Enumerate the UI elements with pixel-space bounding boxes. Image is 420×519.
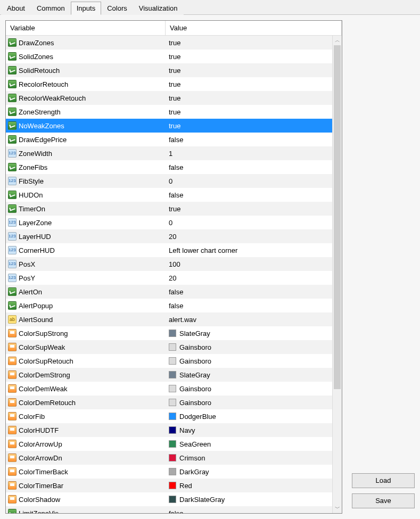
variable-cell[interactable]: ColorArrowUp	[6, 437, 166, 451]
value-cell[interactable]: false	[166, 299, 342, 312]
tab-visualization[interactable]: Visualization	[133, 2, 184, 15]
table-row[interactable]: LayerZone0	[6, 216, 342, 229]
value-cell[interactable]: true	[166, 63, 342, 77]
table-row[interactable]: AlertPopupfalse	[6, 299, 342, 312]
table-row[interactable]: SolidZonestrue	[6, 50, 342, 63]
variable-cell[interactable]: ColorArrowDn	[6, 451, 166, 465]
value-cell[interactable]: true	[166, 202, 342, 216]
table-row[interactable]: ZoneStrengthtrue	[6, 105, 342, 119]
variable-cell[interactable]: ColorSupStrong	[6, 326, 166, 340]
variable-cell[interactable]: TimerOn	[6, 202, 166, 216]
value-cell[interactable]: SlateGray	[166, 326, 342, 340]
value-cell[interactable]: 20	[166, 271, 342, 285]
variable-cell[interactable]: LayerHUD	[6, 229, 166, 243]
table-row[interactable]: ColorSupStrongSlateGray	[6, 326, 342, 340]
variable-cell[interactable]: ColorDemWeak	[6, 382, 166, 396]
table-row[interactable]: ZoneFibsfalse	[6, 160, 342, 174]
value-cell[interactable]: alert.wav	[166, 312, 342, 326]
variable-cell[interactable]: RecolorWeakRetouch	[6, 91, 166, 105]
value-cell[interactable]: 0	[166, 174, 342, 188]
value-cell[interactable]: Crimson	[166, 451, 342, 465]
variable-cell[interactable]: ColorHUDTF	[6, 423, 166, 437]
table-row[interactable]: DrawZonestrue	[6, 36, 342, 50]
scroll-track[interactable]	[333, 45, 342, 504]
table-row[interactable]: CornerHUDLeft lower chart corner	[6, 243, 342, 257]
tab-common[interactable]: Common	[31, 2, 71, 15]
variable-cell[interactable]: ColorTimerBack	[6, 465, 166, 479]
value-cell[interactable]: Left lower chart corner	[166, 243, 342, 257]
variable-cell[interactable]: AlertOn	[6, 285, 166, 299]
table-row[interactable]: SolidRetouchtrue	[6, 63, 342, 77]
variable-cell[interactable]: DrawEdgePrice	[6, 133, 166, 146]
variable-cell[interactable]: ColorSupWeak	[6, 340, 166, 354]
table-row[interactable]: TimerOntrue	[6, 202, 342, 216]
table-row[interactable]: ColorDemStrongSlateGray	[6, 368, 342, 382]
value-cell[interactable]: Gainsboro	[166, 396, 342, 409]
table-row[interactable]: ColorArrowDnCrimson	[6, 451, 342, 465]
variable-cell[interactable]: ColorShadow	[6, 492, 166, 506]
variable-cell[interactable]: ColorTimerBar	[6, 479, 166, 492]
header-variable[interactable]: Variable	[6, 21, 166, 35]
tab-inputs[interactable]: Inputs	[71, 2, 101, 15]
table-row[interactable]: PosY20	[6, 271, 342, 285]
value-cell[interactable]: 0	[166, 216, 342, 229]
value-cell[interactable]: DodgerBlue	[166, 409, 342, 423]
variable-cell[interactable]: PosX	[6, 257, 166, 271]
variable-cell[interactable]: CornerHUD	[6, 243, 166, 257]
value-cell[interactable]: SeaGreen	[166, 437, 342, 451]
value-cell[interactable]: true	[166, 91, 342, 105]
variable-cell[interactable]: SolidRetouch	[6, 63, 166, 77]
load-button[interactable]: Load	[352, 473, 415, 488]
variable-cell[interactable]: RecolorRetouch	[6, 77, 166, 91]
table-row[interactable]: HUDOnfalse	[6, 188, 342, 202]
value-cell[interactable]: false	[166, 506, 342, 513]
variable-cell[interactable]: SolidZones	[6, 50, 166, 63]
table-row[interactable]: ColorDemRetouchGainsboro	[6, 396, 342, 409]
variable-cell[interactable]: AlertSound	[6, 312, 166, 326]
table-row[interactable]: NoWeakZonestrue	[6, 119, 342, 133]
value-cell[interactable]: Red	[166, 479, 342, 492]
variable-cell[interactable]: ColorSupRetouch	[6, 354, 166, 368]
variable-cell[interactable]: LimitZoneVis	[6, 506, 166, 513]
table-row[interactable]: ColorDemWeakGainsboro	[6, 382, 342, 396]
value-cell[interactable]: Gainsboro	[166, 340, 342, 354]
table-row[interactable]: AlertOnfalse	[6, 285, 342, 299]
table-row[interactable]: RecolorRetouchtrue	[6, 77, 342, 91]
value-cell[interactable]: 1	[166, 146, 342, 160]
variable-cell[interactable]: PosY	[6, 271, 166, 285]
value-cell[interactable]: false	[166, 188, 342, 202]
variable-cell[interactable]: ColorFib	[6, 409, 166, 423]
vertical-scrollbar[interactable]: ︿ ﹀	[332, 36, 342, 513]
table-row[interactable]: ColorTimerBarRed	[6, 479, 342, 492]
value-cell[interactable]: Navy	[166, 423, 342, 437]
value-cell[interactable]: Gainsboro	[166, 382, 342, 396]
variable-cell[interactable]: ColorDemStrong	[6, 368, 166, 382]
variable-cell[interactable]: FibStyle	[6, 174, 166, 188]
variable-cell[interactable]: NoWeakZones	[6, 119, 166, 133]
value-cell[interactable]: true	[166, 119, 342, 133]
variable-cell[interactable]: AlertPopup	[6, 299, 166, 312]
table-row[interactable]: FibStyle0	[6, 174, 342, 188]
value-cell[interactable]: Gainsboro	[166, 354, 342, 368]
table-row[interactable]: ZoneWidth1	[6, 146, 342, 160]
scroll-up-icon[interactable]: ︿	[333, 36, 342, 45]
table-row[interactable]: ColorTimerBackDarkGray	[6, 465, 342, 479]
variable-cell[interactable]: HUDOn	[6, 188, 166, 202]
value-cell[interactable]: 100	[166, 257, 342, 271]
value-cell[interactable]: SlateGray	[166, 368, 342, 382]
table-row[interactable]: ColorHUDTFNavy	[6, 423, 342, 437]
table-row[interactable]: ColorSupRetouchGainsboro	[6, 354, 342, 368]
table-row[interactable]: PosX100	[6, 257, 342, 271]
header-value[interactable]: Value	[166, 21, 342, 35]
value-cell[interactable]: DarkGray	[166, 465, 342, 479]
table-row[interactable]: ColorShadowDarkSlateGray	[6, 492, 342, 506]
table-row[interactable]: RecolorWeakRetouchtrue	[6, 91, 342, 105]
variable-cell[interactable]: DrawZones	[6, 36, 166, 50]
variable-cell[interactable]: ColorDemRetouch	[6, 396, 166, 409]
table-row[interactable]: LayerHUD20	[6, 229, 342, 243]
save-button[interactable]: Save	[352, 493, 415, 508]
value-cell[interactable]: true	[166, 50, 342, 63]
value-cell[interactable]: false	[166, 285, 342, 299]
scroll-down-icon[interactable]: ﹀	[333, 504, 342, 513]
value-cell[interactable]: true	[166, 36, 342, 50]
